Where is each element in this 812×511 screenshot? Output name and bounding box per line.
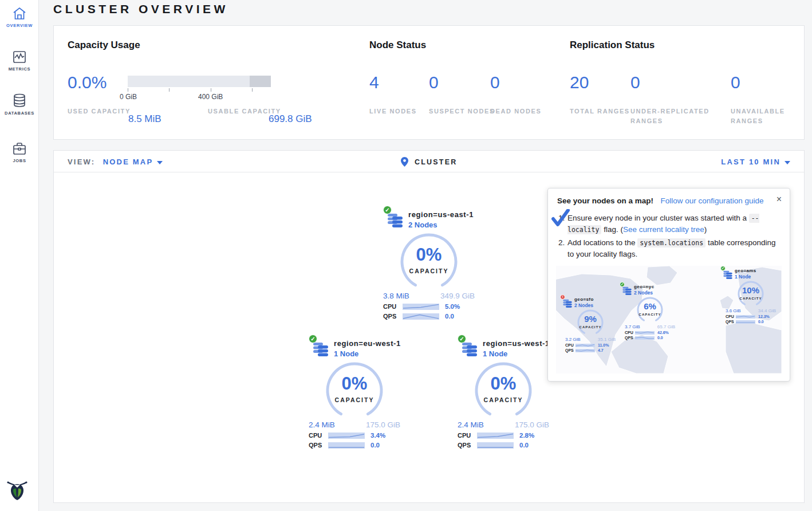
sidebar-item-label: JOBS (0, 158, 39, 163)
region-node-eu-west-1[interactable]: ✓ region=eu-west-1 1 Node 0% CAPACITY 2.… (303, 336, 406, 449)
qps-value: 0.0 (445, 313, 454, 320)
example-region-geo-ams: ✓ geo=ams 1 Node 10% CAPACITY 3.6 GiB34.… (721, 267, 781, 324)
cluster-summary-panel: Capacity Usage 0.0% 0 GiB 400 GiB USED C… (53, 25, 805, 140)
cpu-label: CPU (383, 303, 403, 310)
cpu-value: 2.8% (519, 432, 534, 439)
node-count-link[interactable]: 1 Node (483, 349, 550, 358)
qps-label: QPS (625, 336, 635, 340)
capacity-percent: 10% (734, 285, 767, 295)
capacity-gauge: 9% CAPACITY (574, 309, 607, 336)
node-count: 2 Nodes (574, 302, 594, 308)
node-region-icon: ✓ (385, 209, 408, 231)
region-name: region=us-east-1 (408, 210, 474, 219)
region-name: geo=ams (735, 268, 756, 273)
locality-tree-link[interactable]: See current locality tree (623, 225, 704, 234)
used-capacity: 3.2 GiB (565, 337, 581, 342)
capacity-gauge-label: CAPACITY (633, 313, 667, 316)
capacity-gauge-label: CAPACITY (574, 325, 607, 329)
node-region-icon: ✓ (722, 268, 735, 280)
cpu-sparkline (403, 304, 439, 310)
qps-label: QPS (565, 348, 576, 352)
cpu-value: 42.6% (657, 331, 669, 335)
cpu-label: CPU (458, 432, 477, 439)
node-count: 2 Nodes (634, 290, 654, 296)
example-region-geo-sfo: ! geo=sfo 2 Nodes 9% CAPACITY 3.2 GiB35.… (561, 296, 620, 352)
capacity-gauge-label: CAPACITY (395, 268, 463, 274)
qps-value: 0.0 (657, 336, 663, 340)
qps-label: QPS (383, 313, 403, 320)
time-range-selector[interactable]: LAST 10 MIN (721, 158, 790, 166)
total-capacity: 35.1 GiB (598, 337, 616, 342)
configuration-guide-link[interactable]: Follow our configuration guide (661, 196, 764, 205)
sidebar-item-overview[interactable]: OVERVIEW (0, 7, 39, 28)
total-capacity: 65.7 GiB (657, 324, 675, 329)
capacity-percent: 9% (574, 314, 607, 324)
example-node-map-image: ! geo=sfo 2 Nodes 9% CAPACITY 3.2 GiB35.… (556, 266, 782, 374)
sidebar-item-label: DATABASES (0, 111, 39, 116)
dead-nodes-label: DEAD NODES (490, 107, 565, 116)
used-capacity: 3.7 GiB (625, 324, 640, 329)
unavailable-ranges-count: 0 (731, 73, 740, 92)
close-icon[interactable]: × (776, 194, 782, 205)
capacity-gauge-label: CAPACITY (320, 396, 389, 403)
node-live-status-icon: ✓ (309, 335, 317, 343)
region-name: geo=sfo (574, 297, 594, 302)
region-name: geo=nyc (634, 284, 654, 289)
region-name: region=us-west-1 (483, 339, 550, 348)
node-count-link[interactable]: 2 Nodes (408, 221, 474, 229)
qps-value: 0.0 (519, 442, 529, 449)
capacity-usage-title: Capacity Usage (68, 40, 140, 51)
map-pin-icon (401, 157, 408, 167)
locality-breadcrumb[interactable]: CLUSTER (415, 158, 457, 166)
chevron-down-icon (785, 161, 790, 164)
capacity-percent: 6% (633, 301, 667, 311)
total-capacity: 349.9 GiB (440, 292, 475, 300)
database-icon (0, 93, 39, 108)
cpu-value: 5.0% (445, 303, 460, 310)
sidebar-item-jobs[interactable]: JOBS (0, 142, 39, 163)
cpu-label: CPU (309, 432, 328, 439)
qps-sparkline (328, 442, 365, 449)
qps-value: 0.0 (370, 442, 380, 449)
capacity-used-percent: 0.0% (68, 73, 107, 92)
live-nodes-count: 4 (369, 73, 379, 92)
capacity-gauge: 0% CAPACITY (469, 361, 538, 418)
qps-label: QPS (726, 320, 736, 324)
capacity-percent: 0% (395, 245, 463, 265)
cpu-label: CPU (726, 315, 736, 319)
cpu-sparkline (576, 344, 595, 347)
cpu-sparkline (736, 315, 755, 319)
node-map-setup-popup: See your nodes on a map! Follow our conf… (547, 188, 790, 382)
sidebar-item-databases[interactable]: DATABASES (0, 93, 39, 116)
used-capacity: 2.4 MiB (309, 420, 335, 429)
region-node-us-east-1[interactable]: ✓ region=us-east-1 2 Nodes 0% CAPACITY 3… (377, 207, 480, 320)
qps-sparkline (477, 442, 514, 449)
under-replicated-ranges-count: 0 (630, 73, 640, 92)
total-capacity: 34.4 GiB (758, 308, 776, 313)
example-region-geo-nyc: ✓ geo=nyc 2 Nodes 6% CAPACITY 3.7 GiB65.… (620, 283, 680, 340)
capacity-tick (211, 88, 211, 92)
node-live-status-icon: ✓ (458, 335, 466, 343)
used-capacity: 3.6 GiB (726, 308, 741, 313)
sidebar-item-metrics[interactable]: METRICS (0, 50, 39, 72)
total-capacity: 175.0 GiB (366, 420, 400, 429)
capacity-tick (252, 88, 253, 92)
region-node-us-west-1[interactable]: ✓ region=us-west-1 1 Node 0% CAPACITY 2.… (452, 336, 555, 449)
qps-value: 0.0 (758, 320, 764, 324)
cpu-label: CPU (625, 331, 635, 335)
qps-sparkline (403, 313, 439, 320)
qps-value: 4.7 (598, 348, 604, 352)
node-region-icon: ✓ (460, 338, 483, 360)
node-count: 1 Node (735, 274, 756, 280)
capacity-gauge: 0% CAPACITY (320, 361, 389, 418)
capacity-gauge: 10% CAPACITY (734, 280, 767, 308)
cpu-value: 3.4% (370, 432, 385, 439)
total-ranges-count: 20 (570, 73, 589, 92)
total-capacity: 175.0 GiB (515, 420, 549, 429)
capacity-gauge-label: CAPACITY (469, 396, 538, 403)
used-capacity: 3.8 MiB (383, 292, 409, 300)
home-icon (0, 7, 39, 20)
sidebar-item-label: OVERVIEW (0, 23, 39, 28)
page-title: CLUSTER OVERVIEW (53, 2, 228, 16)
node-count-link[interactable]: 1 Node (334, 349, 401, 358)
